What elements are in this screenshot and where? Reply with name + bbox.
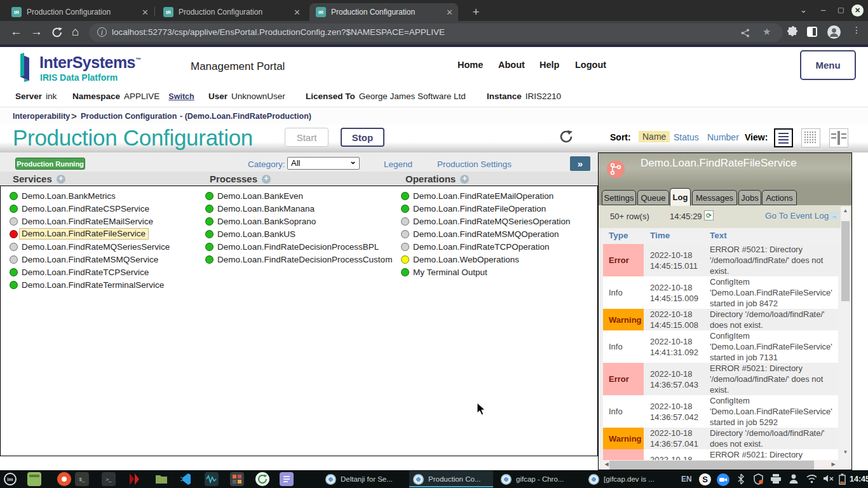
detail-tab-actions[interactable]: Actions bbox=[762, 190, 797, 205]
new-tab-button[interactable]: + bbox=[468, 4, 484, 20]
browser-tab[interactable]: IRProduction Configuration✕ bbox=[5, 3, 154, 21]
detail-tab-queue[interactable]: Queue bbox=[637, 190, 669, 205]
log-row[interactable]: Warning2022-10-18 14:45:15.008Directory … bbox=[603, 309, 838, 330]
log-row[interactable]: Info2022-10-18 14:41:31.092ConfigItem 'D… bbox=[603, 330, 838, 363]
maximize-button[interactable]: ▢ bbox=[837, 6, 844, 14]
detail-tab-jobs[interactable]: Jobs bbox=[738, 190, 761, 205]
stop-button[interactable]: Stop bbox=[341, 128, 384, 147]
config-item[interactable]: Demo.Loan.WebOperations bbox=[401, 253, 519, 266]
sort-option-number[interactable]: Number bbox=[707, 132, 739, 142]
production-settings-link[interactable]: Production Settings bbox=[437, 159, 512, 169]
side-panel-icon[interactable] bbox=[807, 27, 817, 37]
detail-tab-log[interactable]: Log bbox=[670, 188, 691, 206]
config-item[interactable]: Demo.Loan.FindRateMSMQOperation bbox=[401, 227, 559, 240]
volume-muted-tray-icon[interactable] bbox=[822, 473, 834, 484]
close-button[interactable]: ✕ bbox=[851, 4, 864, 17]
category-select[interactable]: All⌄ bbox=[287, 157, 360, 170]
mint-menu-icon[interactable]: lm bbox=[3, 472, 17, 486]
taskbar-window[interactable]: gifcap - Chro... bbox=[497, 471, 581, 487]
log-row[interactable]: Error2022-10-18 14:45:15.011ERROR #5021:… bbox=[603, 244, 838, 276]
browser-menu-icon[interactable]: ⋮ bbox=[852, 25, 861, 35]
folder-icon[interactable] bbox=[154, 472, 168, 486]
flameshot-icon[interactable] bbox=[57, 472, 71, 486]
menu-button[interactable]: Menu bbox=[800, 50, 856, 80]
user-tray-icon[interactable] bbox=[789, 473, 799, 484]
printer-tray-icon[interactable] bbox=[770, 473, 782, 484]
scroll-right-icon[interactable]: ▶ bbox=[829, 460, 838, 469]
vertical-scroll-thumb[interactable] bbox=[841, 221, 850, 301]
add-item-icon[interactable]: + bbox=[262, 175, 271, 184]
nav-link-about[interactable]: About bbox=[498, 60, 525, 70]
config-item[interactable]: Demo.Loan.BankManana bbox=[205, 202, 315, 215]
config-item[interactable]: Demo.Loan.FindRateTCPOperation bbox=[401, 240, 550, 253]
config-item[interactable]: Demo.Loan.FindRateCSPService bbox=[10, 202, 149, 215]
view-split-icon[interactable] bbox=[829, 128, 848, 147]
share-icon[interactable] bbox=[741, 29, 750, 37]
view-list-icon[interactable] bbox=[774, 128, 793, 147]
tab-close-icon[interactable]: ✕ bbox=[142, 8, 149, 17]
tray-language[interactable]: EN bbox=[681, 475, 692, 484]
detail-tab-settings[interactable]: Settings bbox=[602, 190, 636, 205]
minimize-button[interactable]: – bbox=[821, 5, 825, 15]
address-bar[interactable]: i localhost:52773/csp/applive/EnsPortal.… bbox=[89, 24, 783, 42]
switch-link[interactable]: Switch bbox=[168, 92, 194, 101]
zoom-tray-icon[interactable] bbox=[717, 473, 729, 486]
extensions-icon[interactable] bbox=[787, 26, 799, 37]
log-row[interactable]: Info2022-10-18 14:36:57.042ConfigItem 'D… bbox=[603, 395, 838, 428]
calculator-icon[interactable] bbox=[230, 472, 244, 486]
config-item[interactable]: Demo.Loan.BankEven bbox=[205, 189, 303, 202]
sort-option-status[interactable]: Status bbox=[674, 132, 699, 142]
home-icon[interactable]: ⌂ bbox=[72, 25, 79, 39]
view-grid-icon[interactable] bbox=[801, 128, 820, 147]
start-button[interactable]: Start bbox=[285, 128, 329, 147]
sort-option-name[interactable]: Name bbox=[639, 131, 670, 142]
forward-icon[interactable]: → bbox=[31, 25, 43, 39]
url-text[interactable]: localhost:52773/csp/applive/EnsPortal.Pr… bbox=[112, 27, 445, 37]
tab-search-icon[interactable]: ⌄ bbox=[800, 5, 807, 15]
breadcrumb-interoperability[interactable]: Interoperability bbox=[13, 112, 70, 121]
config-item[interactable]: Demo.Loan.BankUS bbox=[205, 227, 295, 240]
config-item[interactable]: Demo.Loan.FindRateFileService bbox=[10, 227, 149, 240]
event-log-link[interactable]: Go To Event Log bbox=[765, 211, 829, 220]
notes-icon[interactable] bbox=[280, 472, 294, 486]
nav-link-logout[interactable]: Logout bbox=[575, 60, 606, 70]
horizontal-scroll-thumb[interactable] bbox=[609, 461, 814, 470]
config-item[interactable]: Demo.Loan.FindRateMQSeriesService bbox=[10, 240, 170, 253]
files-icon[interactable] bbox=[27, 472, 41, 486]
nav-link-help[interactable]: Help bbox=[539, 60, 559, 70]
back-icon[interactable]: ← bbox=[10, 25, 22, 39]
refresh-icon[interactable] bbox=[558, 128, 574, 145]
tab-close-icon[interactable]: ✕ bbox=[446, 8, 453, 17]
log-vertical-scrollbar[interactable]: ▲ ▼ bbox=[841, 207, 850, 457]
legend-link[interactable]: Legend bbox=[384, 159, 412, 169]
kdenlive-icon[interactable] bbox=[127, 472, 141, 486]
log-horizontal-scrollbar[interactable]: ◀ ▶ bbox=[602, 460, 838, 470]
wifi-tray-icon[interactable] bbox=[806, 473, 818, 484]
nav-link-home[interactable]: Home bbox=[458, 60, 483, 70]
log-row[interactable]: Error2022-10-18ERROR #5021: Directory bbox=[603, 449, 838, 460]
scroll-down-icon[interactable]: ▼ bbox=[841, 448, 850, 457]
tab-close-icon[interactable]: ✕ bbox=[294, 8, 301, 17]
taskbar-window[interactable]: Production Co... bbox=[409, 471, 493, 487]
profile-avatar[interactable] bbox=[827, 25, 841, 39]
bluetooth-tray-icon[interactable] bbox=[737, 473, 745, 485]
breadcrumb-page[interactable]: Production Configuration bbox=[81, 112, 177, 121]
terminal-icon[interactable]: $_ bbox=[75, 472, 89, 486]
detail-tab-messages[interactable]: Messages bbox=[692, 190, 737, 205]
site-info-icon[interactable]: i bbox=[97, 27, 107, 37]
config-item[interactable]: My Terminal Output bbox=[401, 266, 487, 278]
config-item[interactable]: Demo.Loan.FindRateEMailService bbox=[10, 215, 153, 227]
terminal-alt-icon[interactable]: >_ bbox=[102, 472, 116, 486]
reload-icon[interactable] bbox=[51, 27, 63, 38]
browser-tab[interactable]: IRProduction Configuration✕ bbox=[309, 3, 458, 21]
config-item[interactable]: Demo.Loan.FindRateDecisionProcessCustom bbox=[205, 253, 392, 266]
config-item[interactable]: Demo.Loan.FindRateFileOperation bbox=[401, 202, 546, 215]
taskbar-window[interactable]: Deltanji for Se... bbox=[322, 471, 405, 487]
config-item[interactable]: Demo.Loan.BankSoprano bbox=[205, 215, 316, 227]
config-item[interactable]: Demo.Loan.BankMetrics bbox=[10, 189, 116, 202]
log-refresh-icon[interactable]: ⟳ bbox=[704, 210, 714, 220]
expand-panel-button[interactable]: » bbox=[570, 156, 590, 171]
taskbar-window[interactable]: [gifcap.dev is ... bbox=[585, 471, 668, 487]
config-item[interactable]: Demo.Loan.FindRateEMailOperation bbox=[401, 189, 553, 202]
log-row[interactable]: Error2022-10-18 14:36:57.043ERROR #5021:… bbox=[603, 363, 838, 395]
